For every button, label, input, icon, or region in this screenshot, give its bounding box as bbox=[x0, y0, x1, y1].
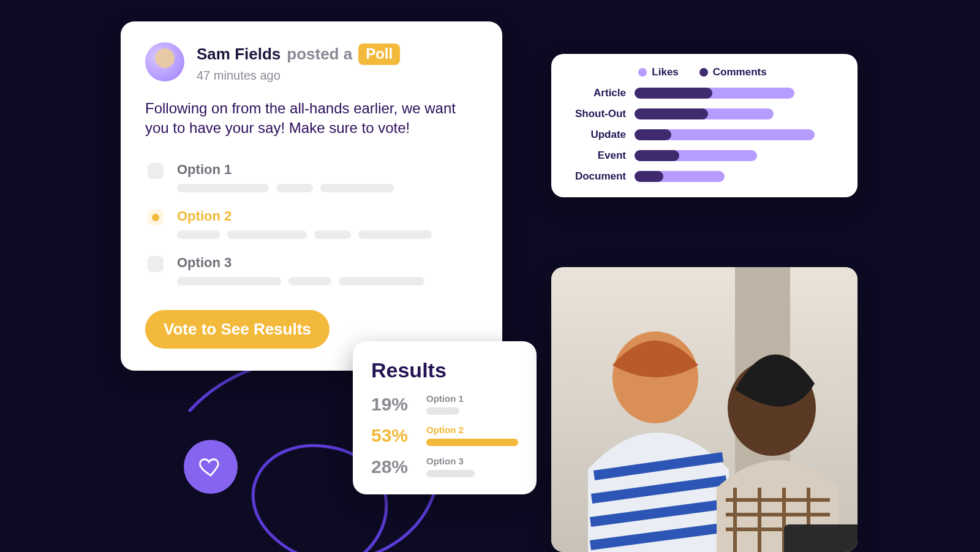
heart-badge bbox=[184, 440, 238, 494]
chart-category-label: Update bbox=[566, 129, 626, 141]
vote-button[interactable]: Vote to See Results bbox=[145, 310, 330, 349]
photo-placeholder bbox=[551, 267, 858, 552]
poll-option-label: Option 3 bbox=[177, 255, 478, 271]
engagement-chart-card: Likes Comments ArticleShout-OutUpdateEve… bbox=[551, 54, 858, 197]
photo-card bbox=[551, 267, 858, 552]
chart-row: Article bbox=[566, 87, 839, 99]
poll-option-1[interactable]: Option 1 bbox=[148, 153, 478, 200]
legend-comments: Comments bbox=[699, 66, 767, 78]
chart-bar-stack bbox=[635, 108, 839, 119]
chart-rows: ArticleShout-OutUpdateEventDocument bbox=[566, 87, 839, 183]
chart-category-label: Shout-Out bbox=[566, 108, 626, 120]
result-percent: 53% bbox=[371, 425, 417, 446]
legend-likes: Likes bbox=[638, 66, 678, 78]
results-card: Results 19% Option 1 53% Option 2 28% Op… bbox=[353, 341, 537, 494]
chart-bar-stack bbox=[635, 129, 839, 140]
chart-bar-comments bbox=[635, 171, 663, 182]
poll-timestamp: 47 minutes ago bbox=[197, 69, 478, 83]
result-bar bbox=[426, 407, 459, 415]
results-title: Results bbox=[371, 358, 518, 382]
chart-row: Update bbox=[566, 129, 839, 141]
poll-header: Sam Fields posted a Poll 47 minutes ago bbox=[145, 42, 478, 83]
poll-options: Option 1 Option 2 bbox=[145, 153, 478, 293]
result-label: Option 1 bbox=[426, 393, 518, 404]
chart-bar-comments bbox=[635, 150, 679, 161]
result-bar bbox=[426, 439, 518, 446]
result-bar bbox=[426, 470, 475, 477]
heart-icon bbox=[198, 454, 224, 480]
chart-bar-comments bbox=[635, 108, 708, 119]
chart-category-label: Event bbox=[566, 149, 626, 162]
chart-bar-stack bbox=[635, 88, 839, 99]
legend-label: Likes bbox=[652, 66, 678, 78]
poll-action-text: posted a bbox=[287, 45, 352, 64]
poll-option-3[interactable]: Option 3 bbox=[148, 246, 478, 293]
skeleton-row bbox=[177, 230, 478, 239]
result-label: Option 2 bbox=[426, 425, 518, 435]
skeleton-row bbox=[177, 277, 478, 285]
result-row-3: 28% Option 3 bbox=[371, 456, 518, 477]
chart-bar-comments bbox=[635, 88, 712, 99]
radio-icon[interactable] bbox=[148, 163, 164, 179]
legend-label: Comments bbox=[713, 66, 767, 78]
poll-option-label: Option 2 bbox=[177, 208, 478, 224]
radio-icon[interactable] bbox=[148, 210, 164, 225]
chart-row: Event bbox=[566, 149, 839, 162]
legend-dot-icon bbox=[699, 68, 708, 77]
chart-bar-stack bbox=[635, 171, 839, 182]
poll-option-label: Option 1 bbox=[177, 162, 478, 178]
chart-row: Document bbox=[566, 170, 839, 183]
chart-row: Shout-Out bbox=[566, 108, 839, 120]
legend-dot-icon bbox=[638, 68, 647, 77]
poll-badge: Poll bbox=[358, 43, 400, 65]
poll-card: Sam Fields posted a Poll 47 minutes ago … bbox=[121, 21, 502, 371]
result-row-1: 19% Option 1 bbox=[371, 393, 518, 415]
result-percent: 19% bbox=[371, 394, 417, 415]
svg-rect-15 bbox=[784, 524, 858, 552]
author-name[interactable]: Sam Fields bbox=[197, 45, 281, 64]
chart-category-label: Document bbox=[566, 170, 626, 183]
result-label: Option 3 bbox=[426, 456, 518, 466]
avatar[interactable] bbox=[145, 42, 184, 81]
result-percent: 28% bbox=[371, 456, 417, 477]
skeleton-row bbox=[177, 184, 478, 192]
radio-icon[interactable] bbox=[148, 256, 164, 272]
result-row-2: 53% Option 2 bbox=[371, 425, 518, 446]
chart-category-label: Article bbox=[566, 87, 626, 99]
chart-bar-stack bbox=[635, 150, 839, 161]
poll-option-2[interactable]: Option 2 bbox=[148, 200, 478, 246]
chart-legend: Likes Comments bbox=[566, 66, 839, 78]
poll-title-line: Sam Fields posted a Poll bbox=[197, 43, 478, 65]
poll-body-text: Following on from the all-hands earlier,… bbox=[145, 99, 478, 138]
chart-bar-comments bbox=[635, 129, 671, 140]
